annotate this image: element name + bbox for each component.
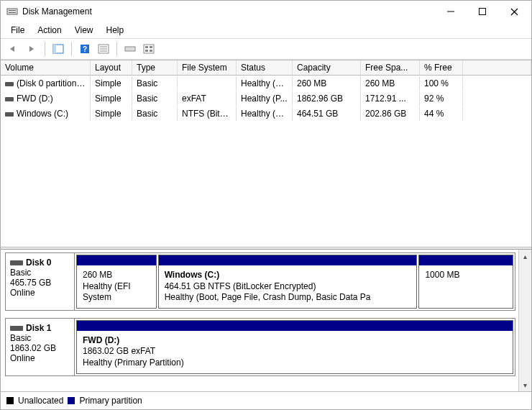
svg-rect-8 [53,45,56,53]
cell-volume: Windows (C:) [1,106,91,121]
volume-table-header: Volume Layout Type File System Status Ca… [1,60,531,76]
toolbar: ? [1,39,531,60]
cell-percent: 44 % [420,106,463,121]
legend-label-primary: Primary partition [79,396,142,406]
column-free-space[interactable]: Free Spa... [361,60,420,75]
partition-detail: 260 MB [83,270,150,281]
cell-status: Healthy (E... [237,76,293,91]
scroll-down-button[interactable]: ▾ [520,380,531,390]
legend-label-unallocated: Unallocated [18,396,63,406]
svg-rect-0 [7,9,17,14]
volume-table-body: (Disk 0 partition 1)SimpleBasicHealthy (… [1,76,531,247]
legend: Unallocated Primary partition [1,391,531,409]
svg-rect-4 [480,9,486,15]
partition-status: Healthy (EFI System [83,281,150,304]
partition-title: FWD (D:) [83,335,507,347]
app-icon [6,6,18,17]
help-icon[interactable]: ? [77,41,93,57]
partition-color-bar [77,255,156,265]
svg-rect-19 [145,50,148,52]
toolbar-separator [45,42,45,56]
close-button[interactable] [498,1,530,22]
maximize-button[interactable] [467,1,498,22]
column-spacer [463,60,531,75]
menu-view[interactable]: View [69,24,99,37]
cell-status: Healthy (P... [237,91,293,106]
partition-detail: 1000 MB [425,270,507,281]
column-capacity[interactable]: Capacity [293,60,361,75]
cell-filesystem [178,76,237,91]
menu-file[interactable]: File [5,24,30,37]
cell-layout: Simple [91,106,132,121]
partition-container: 260 MBHealthy (EFI SystemWindows (C:)464… [75,253,515,310]
disk-icon [10,260,23,265]
column-status[interactable]: Status [237,60,293,75]
volume-list-pane: Volume Layout Type File System Status Ca… [1,60,531,247]
cell-free: 260 MB [361,76,420,91]
legend-swatch-primary [68,397,75,404]
partition[interactable]: 260 MBHealthy (EFI System [76,255,157,309]
scrollbar[interactable]: ▴ ▾ [518,250,531,391]
cell-type: Basic [132,106,178,121]
cell-volume: (Disk 0 partition 1) [1,76,91,91]
table-row[interactable]: (Disk 0 partition 1)SimpleBasicHealthy (… [1,76,531,91]
toolbar-drive-icon[interactable] [122,41,138,57]
cell-status: Healthy (B... [237,106,293,121]
partition[interactable]: Windows (C:)464.51 GB NTFS (BitLocker En… [158,255,418,309]
disk-status: Online [10,353,70,363]
partition[interactable]: FWD (D:)1863.02 GB exFATHealthy (Primary… [76,320,513,374]
back-button[interactable] [5,41,21,57]
svg-rect-15 [125,47,135,51]
cell-filesystem: exFAT [178,91,237,106]
toolbar-separator [71,42,72,56]
window-title: Disk Management [22,6,435,17]
partition-title: Windows (C:) [165,270,411,281]
table-row[interactable]: Windows (C:)SimpleBasicNTFS (BitLo...Hea… [1,106,531,121]
scroll-up-button[interactable]: ▴ [520,251,531,261]
partition-color-bar [77,321,513,331]
svg-rect-20 [150,50,152,52]
forward-button[interactable] [24,41,40,57]
column-layout[interactable]: Layout [91,60,132,75]
partition-color-bar [159,255,417,265]
disk-size: 465.75 GB [10,278,70,288]
column-percent-free[interactable]: % Free [420,60,463,75]
column-type[interactable]: Type [132,60,178,75]
cell-percent: 100 % [420,76,463,91]
cell-filesystem: NTFS (BitLo... [178,106,237,121]
disk-status: Online [10,288,70,298]
cell-capacity: 1862.96 GB [293,91,361,106]
table-row[interactable]: FWD (D:)SimpleBasicexFATHealthy (P...186… [1,91,531,106]
toolbar-settings-icon[interactable] [141,41,157,57]
cell-type: Basic [132,91,178,106]
cell-percent: 92 % [420,91,463,106]
svg-rect-1 [9,10,16,11]
cell-free: 1712.91 ... [361,91,420,106]
svg-rect-18 [150,46,152,48]
menu-action[interactable]: Action [32,24,67,37]
window-controls [435,1,530,22]
disk-name: Disk 1 [26,323,51,333]
column-volume[interactable]: Volume [1,60,91,75]
cell-volume: FWD (D:) [1,91,91,106]
cell-capacity: 260 MB [293,76,361,91]
partition-color-bar [419,255,513,265]
menu-help[interactable]: Help [101,24,130,37]
column-filesystem[interactable]: File System [178,60,237,75]
svg-rect-17 [145,46,148,48]
disk-info[interactable]: Disk 0Basic465.75 GBOnline [6,253,75,310]
disk-info[interactable]: Disk 1Basic1863.02 GBOnline [6,319,75,375]
disk-type: Basic [10,333,70,343]
toolbar-view-icon[interactable] [50,41,66,57]
toolbar-separator [116,42,117,56]
cell-free: 202.86 GB [361,106,420,121]
titlebar: Disk Management [1,1,531,22]
toolbar-list-icon[interactable] [96,41,111,57]
disk-type: Basic [10,268,70,278]
partition-container: FWD (D:)1863.02 GB exFATHealthy (Primary… [75,319,515,375]
drive-icon [5,97,14,101]
minimize-button[interactable] [435,1,467,22]
partition[interactable]: 1000 MB [418,255,513,309]
disk-size: 1863.02 GB [10,343,70,353]
drive-icon [5,82,14,86]
